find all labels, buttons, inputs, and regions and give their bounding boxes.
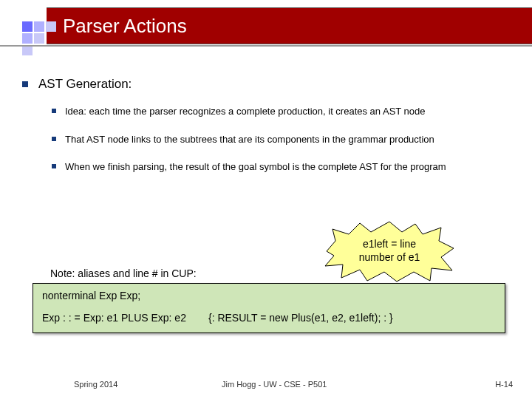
bullet-level1: AST Generation: <box>22 77 517 92</box>
bullet-icon <box>52 137 56 141</box>
footer-right: H-14 <box>495 380 513 389</box>
code-line2-left: Exp : : = Exp: e1 PLUS Exp: e2 <box>42 312 186 324</box>
bullet-icon <box>22 81 28 87</box>
bullet-icon <box>52 164 56 168</box>
code-line2-right: {: RESULT = new Plus(e1, e2, e1left); : … <box>208 312 393 324</box>
subpoint-text: That AST node links to the subtrees that… <box>65 133 434 146</box>
list-item: That AST node links to the subtrees that… <box>52 133 517 146</box>
title-bar: Parser Actions <box>47 7 532 44</box>
list-item: Idea: each time the parser recognizes a … <box>52 105 517 118</box>
note-text: Note: aliases and line # in CUP: <box>50 267 197 279</box>
callout-burst: e1left = line number of e1 <box>319 220 460 283</box>
subpoint-text: Idea: each time the parser recognizes a … <box>65 105 426 118</box>
list-item: When we finish parsing, the result of th… <box>52 160 517 174</box>
code-box: nonterminal Exp Exp; Exp : : = Exp: e1 P… <box>33 283 505 333</box>
code-line2: Exp : : = Exp: e1 PLUS Exp: e2 {: RESULT… <box>42 312 496 324</box>
slide-title: Parser Actions <box>63 15 187 38</box>
title-underline <box>0 45 532 47</box>
logo-icon <box>22 21 56 55</box>
footer-left: Spring 2014 <box>74 380 117 389</box>
subpoint-text: When we finish parsing, the result of th… <box>65 160 446 174</box>
bullet-icon <box>52 109 56 113</box>
burst-text: e1left = line number of e1 <box>319 238 460 264</box>
footer-center: Jim Hogg - UW - CSE - P501 <box>222 380 327 389</box>
burst-line1: e1left = line <box>363 238 416 250</box>
content-area: AST Generation: Idea: each time the pars… <box>22 77 517 188</box>
subbullet-list: Idea: each time the parser recognizes a … <box>52 105 517 174</box>
code-line1: nonterminal Exp Exp; <box>42 290 496 301</box>
burst-line2: number of e1 <box>359 251 420 263</box>
heading-text: AST Generation: <box>38 77 132 92</box>
